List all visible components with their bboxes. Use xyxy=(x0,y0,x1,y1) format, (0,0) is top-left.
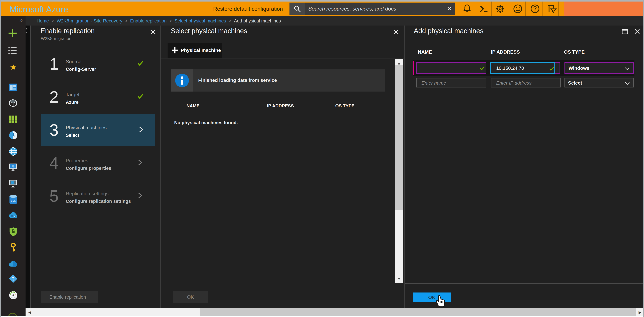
svg-text:SQL: SQL xyxy=(11,200,16,202)
